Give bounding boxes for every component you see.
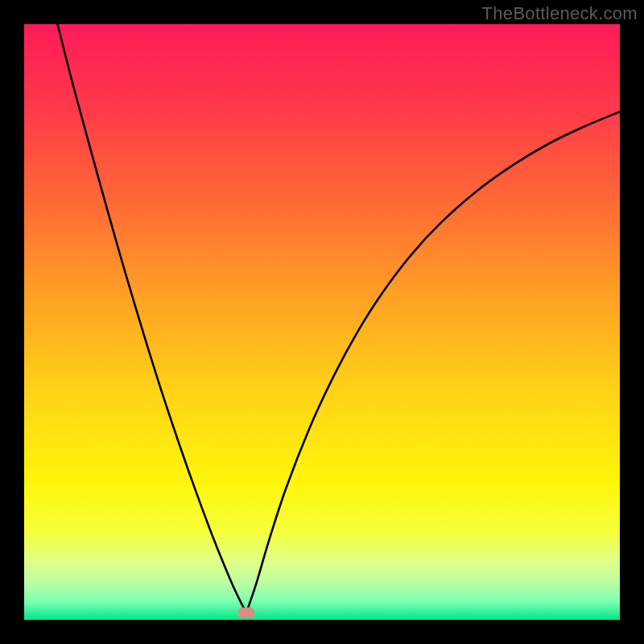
curve-right-branch bbox=[246, 112, 620, 613]
minimum-marker bbox=[238, 608, 255, 618]
watermark-text: TheBottleneck.com bbox=[482, 3, 638, 24]
plot-area bbox=[24, 24, 620, 620]
chart-frame: TheBottleneck.com bbox=[0, 0, 644, 644]
curve-layer bbox=[24, 24, 620, 620]
curve-left-branch bbox=[57, 24, 246, 613]
